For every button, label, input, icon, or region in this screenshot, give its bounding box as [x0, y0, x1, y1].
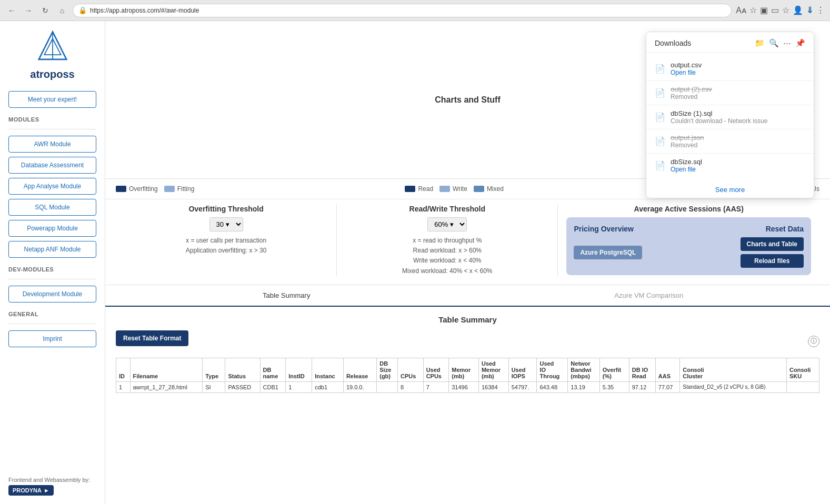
overfitting-panel: Overfitting Threshold 30 ▾ 10 20 40 50 x…: [116, 205, 337, 276]
readwrite-title: Read/Write Threshold: [345, 205, 549, 213]
prodyna-label: PRODYNA: [13, 487, 42, 493]
profile-icon[interactable]: 👤: [793, 5, 803, 15]
cell-release: 19.0.0.: [343, 381, 376, 392]
col-filename: Filename: [130, 358, 203, 381]
table-container: ID Filename Type Status DBname InstID In…: [116, 358, 819, 393]
downloads-actions: 📁 🔍 ⋯ 📌: [755, 38, 805, 48]
dl-info-2: output (2).csv Removed: [671, 85, 805, 100]
cell-instance: cdb1: [312, 381, 344, 392]
overfitting-desc-1: x = user calls per transaction: [124, 236, 328, 246]
url-bar[interactable]: 🔒 https://app.atroposs.com/#/awr-module: [73, 4, 732, 17]
sidebar-item-awr[interactable]: AWR Module: [8, 136, 96, 153]
browser-chrome: ← → ↻ ⌂ 🔒 https://app.atroposs.com/#/awr…: [0, 0, 830, 21]
charts-table-button[interactable]: Charts and Table: [741, 237, 804, 251]
see-more-link[interactable]: See more: [646, 182, 814, 198]
overfitting-title: Overfitting Threshold: [124, 205, 328, 213]
nav-reload-button[interactable]: ↻: [39, 4, 52, 17]
sidebar-logo: atroposs: [8, 29, 96, 80]
menu-icon[interactable]: ⋮: [816, 5, 825, 15]
sidebar-item-netapp[interactable]: Netapp ANF Module: [8, 241, 96, 258]
dl-filename-3: dbSize (1).sql: [671, 109, 805, 117]
reset-buttons: Charts and Table Reload files: [741, 237, 804, 268]
col-network: NetworBandwi(mbps): [568, 358, 599, 381]
cell-dbname: CDB1: [260, 381, 286, 392]
dl-status-1[interactable]: Open file: [671, 69, 805, 76]
sidebar: atroposs Meet your expert! MODULES AWR M…: [0, 21, 105, 504]
dl-filename-1: output.csv: [671, 61, 805, 69]
col-dbname: DBname: [260, 358, 286, 381]
sidebar-item-dev[interactable]: Development Module: [8, 286, 96, 303]
nav-home-button[interactable]: ⌂: [56, 4, 68, 17]
download-item-1: 📄 output.csv Open file: [646, 57, 814, 81]
table-row: 1 awrrpt_1_27_28.html SI PASSED CDB1 1 c…: [116, 381, 819, 392]
overfitting-select[interactable]: 30 ▾ 10 20 40 50: [209, 217, 243, 231]
table-toolbar: Reset Table Format ⓘ: [116, 330, 819, 352]
reload-files-button[interactable]: Reload files: [741, 254, 804, 268]
search-downloads-button[interactable]: 🔍: [769, 38, 779, 48]
col-used-memory: UsedMemor(mb): [478, 358, 508, 381]
star-icon[interactable]: ☆: [749, 5, 757, 15]
prodyna-arrow: ►: [44, 487, 49, 493]
extensions-icon[interactable]: ▣: [760, 5, 768, 15]
col-cpus: CPUs: [398, 358, 424, 381]
rw-desc-4: Mixed workload: 40% < x < 60%: [345, 266, 549, 276]
legend-overfitting-box: [116, 186, 126, 192]
legend-mixed: Mixed: [474, 185, 504, 193]
pin-downloads-button[interactable]: 📌: [795, 38, 805, 48]
dl-status-5[interactable]: Open file: [671, 166, 805, 173]
dev-divider: [8, 279, 96, 279]
col-id: ID: [116, 358, 131, 381]
browser-icons-right: Aᴀ ☆ ▣ ▭ ☆ 👤 ⇓ ⋮: [736, 5, 825, 15]
splitscreen-icon[interactable]: ▭: [771, 5, 779, 15]
sidebar-item-sql[interactable]: SQL Module: [8, 199, 96, 216]
tabs-section: Table Summary Azure VM Comparison: [105, 285, 830, 307]
reset-data-title: Reset Data: [766, 225, 804, 233]
more-downloads-button[interactable]: ⋯: [783, 38, 791, 48]
bookmark-icon[interactable]: ☆: [782, 5, 789, 15]
col-consoli-sku: ConsoliSKU: [787, 358, 819, 381]
nav-forward-button[interactable]: →: [22, 4, 35, 17]
legend-overfitting-label: Overfitting: [129, 185, 158, 193]
nav-back-button[interactable]: ←: [5, 4, 18, 17]
modules-divider: [8, 129, 96, 129]
cell-aas: 77.07: [655, 381, 679, 392]
azure-postgresql-button[interactable]: Azure PostgreSQL: [574, 246, 642, 259]
cell-consoli-cluster: Standard_D2_v5 (2 vCPU s, 8 GiB): [680, 381, 787, 392]
sql-icon-1: 📄: [655, 112, 665, 122]
prodyna-badge: PRODYNA ►: [8, 485, 54, 496]
downloads-list: 📄 output.csv Open file 📄 output (2).csv …: [646, 53, 814, 182]
downloads-title: Downloads: [655, 39, 691, 47]
readwrite-select[interactable]: 60% ▾ 40% 50% 70% 80%: [427, 217, 467, 231]
header-row: ID Filename Type Status DBname InstID In…: [116, 358, 819, 381]
general-divider: [8, 324, 96, 324]
tab-table-summary[interactable]: Table Summary: [105, 285, 468, 307]
legend-fitting: Fitting: [164, 185, 195, 193]
general-label: GENERAL: [8, 311, 96, 317]
sidebar-item-imprint[interactable]: Imprint: [8, 330, 96, 347]
dl-icon-5: 📄: [655, 159, 665, 172]
dl-filename-4: output.json: [671, 134, 805, 142]
cell-type: SI: [203, 381, 225, 392]
table-header: ID Filename Type Status DBname InstID In…: [116, 358, 819, 381]
open-downloads-folder-button[interactable]: 📁: [755, 38, 765, 48]
download-icon[interactable]: ⇓: [806, 5, 813, 15]
sidebar-item-db-assessment[interactable]: Database Assessment: [8, 157, 96, 174]
sidebar-item-app-analyse[interactable]: App Analyse Module: [8, 178, 96, 195]
cell-cpus: 8: [398, 381, 424, 392]
info-button[interactable]: ⓘ: [808, 336, 819, 347]
cell-status: PASSED: [225, 381, 260, 392]
dl-status-3: Couldn't download - Network issue: [671, 117, 805, 125]
legend-write-label: Write: [453, 185, 467, 193]
translate-icon[interactable]: Aᴀ: [736, 5, 746, 15]
url-text: https://app.atroposs.com/#/awr-module: [90, 7, 199, 14]
download-item-3: 📄 dbSize (1).sql Couldn't download - Net…: [646, 105, 814, 129]
reset-table-format-button[interactable]: Reset Table Format: [116, 330, 188, 346]
legend-fitting-box: [164, 186, 175, 192]
dl-info-3: dbSize (1).sql Couldn't download - Netwo…: [671, 109, 805, 125]
readwrite-desc: x = read io throughput % Read workload: …: [345, 236, 549, 276]
threshold-section: Overfitting Threshold 30 ▾ 10 20 40 50 x…: [105, 199, 830, 285]
sidebar-item-powerapp[interactable]: Powerapp Module: [8, 220, 96, 237]
sidebar-footer: Frontend and Webassembly by: PRODYNA ►: [8, 477, 96, 496]
tab-azure-vm[interactable]: Azure VM Comparison: [468, 285, 831, 307]
meet-expert-button[interactable]: Meet your expert!: [8, 91, 96, 108]
